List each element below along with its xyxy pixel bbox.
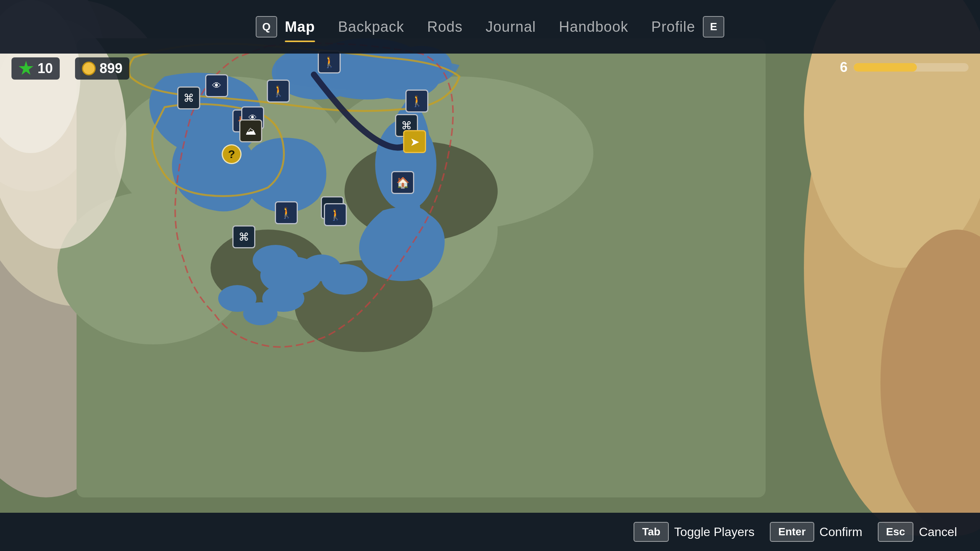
marker-unknown[interactable]: ? [222,144,242,164]
tab-map[interactable]: Map [285,15,315,39]
tab-key[interactable]: Tab [634,522,669,542]
coins-value: 899 [100,60,122,77]
map-container: 🚶 🚶 ⌘ 👁 🏠 👁 ⛰ ? 🚶 ⌘ ➤ 🏠 ⌘ [0,0,980,551]
marker-command-sw[interactable]: ⌘ [232,225,255,248]
tab-profile[interactable]: Profile [651,15,695,39]
level-value: 6 [840,59,848,75]
marker-hiker-south[interactable]: 🚶 [324,203,347,226]
hud-topleft: 10 899 [11,57,129,80]
cancel-label: Cancel [919,525,957,539]
marker-mountain[interactable]: ⛰ [239,119,262,142]
coin-icon [82,62,96,75]
svg-point-24 [322,264,368,295]
marker-binoculars-1[interactable]: 👁 [205,74,228,97]
svg-point-25 [390,207,436,268]
tab-rods[interactable]: Rods [427,15,463,39]
bottom-bar: Tab Toggle Players Enter Confirm Esc Can… [0,513,980,551]
left-key-badge[interactable]: Q [256,16,277,37]
xp-bar-fill [854,63,917,72]
confirm-label: Confirm [820,525,862,539]
enter-key[interactable]: Enter [770,522,814,542]
stars-badge: 10 [11,57,60,80]
esc-key[interactable]: Esc [878,522,914,542]
tab-journal[interactable]: Journal [485,15,536,39]
marker-hiker-nw[interactable]: 🚶 [267,80,290,103]
star-icon [18,61,34,76]
marker-command-1[interactable]: ⌘ [177,86,200,109]
right-key-badge[interactable]: E [703,16,724,37]
marker-hiker-east[interactable]: 🚶 [405,90,428,112]
coins-badge: 899 [75,57,129,80]
svg-point-28 [262,285,304,312]
esc-cancel-action: Esc Cancel [878,522,957,542]
marker-player[interactable]: ➤ [403,130,426,153]
marker-hiker-sw[interactable]: 🚶 [275,201,298,224]
tab-handbook[interactable]: Handbook [559,15,628,39]
marker-home-2[interactable]: 🏠 [391,171,414,194]
hud-topright: 6 [840,59,969,75]
stars-value: 10 [38,60,53,77]
enter-confirm-action: Enter Confirm [770,522,862,542]
top-nav: Q Map Backpack Rods Journal Handbook Pro… [0,0,980,54]
toggle-players-label: Toggle Players [674,525,755,539]
nav-tabs: Map Backpack Rods Journal Handbook Profi… [285,15,695,39]
xp-bar [854,63,969,72]
marker-hiker-north[interactable]: 🚶 [318,51,341,73]
tab-toggle-action: Tab Toggle Players [634,522,755,542]
tab-backpack[interactable]: Backpack [338,15,404,39]
